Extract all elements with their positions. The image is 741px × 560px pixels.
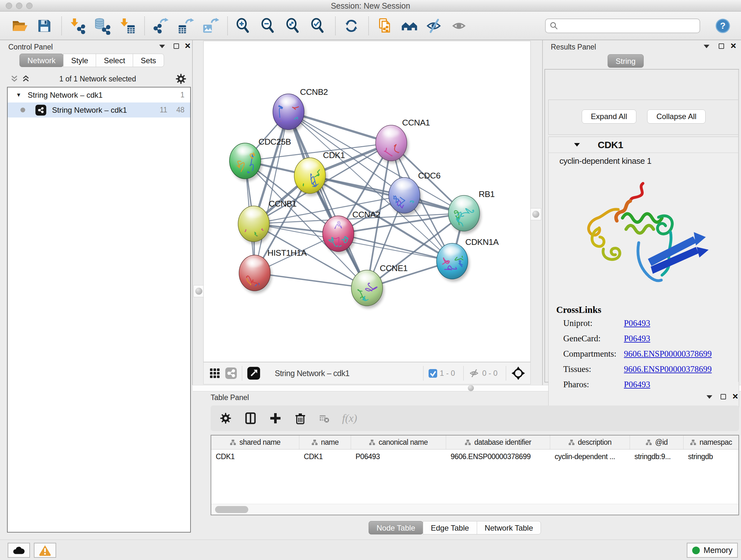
hide-selected-button[interactable] <box>424 16 444 36</box>
collection-expand-icon[interactable]: ▼ <box>16 92 21 98</box>
memory-status-dot <box>692 547 700 554</box>
expand-collapse-bar: Expand All Collapse All <box>548 100 739 135</box>
zoom-out-button[interactable] <box>259 16 278 36</box>
export-network-button[interactable] <box>151 16 171 36</box>
tab-network[interactable]: Network <box>19 54 64 67</box>
column-header[interactable]: namespac <box>684 435 738 449</box>
right-splitter-handle[interactable] <box>530 208 541 220</box>
column-type-icon <box>312 439 318 446</box>
panel-menu-icon[interactable] <box>706 395 712 399</box>
import-table-file-button[interactable] <box>118 16 137 36</box>
column-type-icon <box>568 439 575 446</box>
network-edge[interactable] <box>288 112 367 288</box>
delete-table-icon[interactable] <box>319 413 329 423</box>
gene-section: CDK1 cyclin-dependent kinase 1 <box>548 137 739 408</box>
column-header[interactable]: description <box>550 435 630 449</box>
column-header[interactable]: canonical name <box>351 435 446 449</box>
export-table-button[interactable] <box>176 16 195 36</box>
expand-all-button[interactable]: Expand All <box>582 110 636 124</box>
tab-style[interactable]: Style <box>63 54 96 67</box>
gene-section-header[interactable]: CDK1 <box>549 137 739 153</box>
network-collection-row[interactable]: ▼ String Network – cdk1 1 <box>8 87 190 103</box>
control-panel: Control Panel ✕ Network Style Select Set… <box>2 41 192 538</box>
window-title: Session: New Session <box>0 1 741 10</box>
open-folder-icon <box>10 17 28 35</box>
protein-structure-image <box>549 169 739 303</box>
column-header[interactable]: @id <box>630 435 684 449</box>
float-panel-icon[interactable] <box>174 44 179 49</box>
string-view-icon[interactable] <box>225 368 237 379</box>
tab-node-table[interactable]: Node Table <box>368 521 423 535</box>
zoom-in-button[interactable] <box>233 16 253 36</box>
close-panel-icon[interactable]: ✕ <box>730 42 737 51</box>
pharos-link[interactable]: P06493 <box>624 380 650 389</box>
tissues-link[interactable]: 9606.ENSP00000378699 <box>624 364 712 374</box>
scrollbar-thumb[interactable] <box>215 506 248 513</box>
network-canvas[interactable]: CCNB2CCNA1CDC25BCDK1CDC6RB1CCNB1CCNA2CDK… <box>203 41 531 362</box>
open-session-button[interactable] <box>10 16 29 36</box>
network-row[interactable]: String Network – cdk1 11 48 <box>8 103 190 118</box>
add-row-icon[interactable] <box>269 412 281 424</box>
grid-view-icon[interactable] <box>210 368 219 378</box>
column-header[interactable]: shared name <box>211 435 299 449</box>
uniprot-link[interactable]: P06493 <box>624 318 650 328</box>
table-horizontal-scrollbar[interactable] <box>211 504 738 515</box>
save-session-button[interactable] <box>35 16 54 36</box>
delete-rows-trash-icon[interactable] <box>294 412 307 424</box>
tab-sets[interactable]: Sets <box>133 54 164 67</box>
network-options-gear-icon[interactable] <box>176 73 186 84</box>
tab-edge-table[interactable]: Edge Table <box>423 521 477 535</box>
tab-network-table[interactable]: Network Table <box>477 521 541 535</box>
column-header[interactable]: database identifier <box>446 435 550 449</box>
genecard-link[interactable]: P06493 <box>624 334 650 344</box>
search-input[interactable] <box>558 21 692 30</box>
fit-selection-crosshair-icon[interactable] <box>511 366 525 380</box>
close-panel-icon[interactable]: ✕ <box>185 42 191 51</box>
network-edge[interactable] <box>310 176 464 213</box>
add-column-icon[interactable] <box>245 412 257 424</box>
memory-button[interactable]: Memory <box>687 543 738 558</box>
hidden-eye-slash-icon[interactable] <box>469 368 480 379</box>
zoom-selected-button[interactable] <box>308 16 328 36</box>
function-builder-icon[interactable]: f(x) <box>342 412 357 424</box>
node-label: CCNA1 <box>402 118 430 127</box>
cloud-status-button[interactable] <box>8 543 30 558</box>
collection-label: String Network – cdk1 <box>28 91 103 100</box>
first-neighbors-button[interactable] <box>400 16 419 36</box>
close-panel-icon[interactable]: ✕ <box>732 392 738 401</box>
compartments-link[interactable]: 9606.ENSP00000378699 <box>624 349 712 359</box>
zoom-selected-icon <box>310 17 327 35</box>
tab-string[interactable]: String <box>608 54 644 68</box>
collapse-all-button[interactable]: Collapse All <box>647 110 705 124</box>
export-table-icon <box>177 17 194 35</box>
export-image-button[interactable] <box>200 16 220 36</box>
import-network-database-button[interactable] <box>92 16 112 36</box>
float-panel-icon[interactable] <box>721 394 726 399</box>
panel-menu-icon[interactable] <box>159 45 165 48</box>
column-header[interactable]: name <box>299 435 351 449</box>
warnings-button[interactable] <box>34 543 56 558</box>
right-panel-divider[interactable] <box>542 40 543 385</box>
node-count: 11 <box>160 106 167 114</box>
left-splitter-handle[interactable] <box>193 285 204 297</box>
float-panel-icon[interactable] <box>719 44 724 49</box>
table-options-gear-icon[interactable] <box>219 412 232 424</box>
panel-menu-icon[interactable] <box>704 45 710 48</box>
edge-count: 48 <box>176 106 185 114</box>
results-scrollbar[interactable] <box>738 70 739 382</box>
expand-all-chevrons-icon[interactable] <box>10 75 18 83</box>
birds-eye-view-icon[interactable] <box>247 367 260 380</box>
tab-select[interactable]: Select <box>96 54 133 67</box>
selected-checkbox-icon[interactable] <box>428 369 437 378</box>
show-all-button[interactable] <box>449 16 469 36</box>
left-panel-divider[interactable] <box>192 40 193 385</box>
gene-collapse-icon[interactable] <box>574 143 580 146</box>
toolbar-separator <box>144 17 145 35</box>
import-network-file-button[interactable] <box>68 16 87 36</box>
fit-content-button[interactable] <box>283 16 303 36</box>
refresh-view-button[interactable] <box>341 16 361 36</box>
table-row[interactable]: CDK1 CDK1 P06493 9606.ENSP00000378699 cy… <box>211 449 738 464</box>
collapse-all-chevrons-icon[interactable] <box>22 75 30 83</box>
clone-network-button[interactable] <box>375 16 394 36</box>
help-button[interactable]: ? <box>713 16 733 36</box>
